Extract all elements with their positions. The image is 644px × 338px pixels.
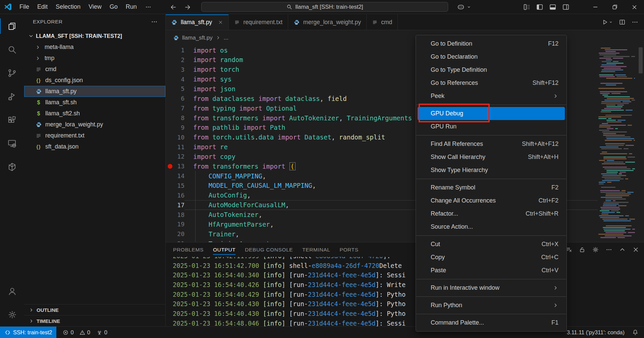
editor-scrollbar[interactable] bbox=[639, 47, 643, 73]
chevron-up-icon[interactable] bbox=[619, 246, 626, 253]
restore-button[interactable] bbox=[605, 0, 625, 14]
customize-layout-icon[interactable] bbox=[523, 3, 531, 11]
menu-item-show-call-hierarchy[interactable]: Show Call HierarchyShift+Alt+H bbox=[416, 151, 567, 164]
menu-item-go-to-definition[interactable]: Go to DefinitionF12 bbox=[416, 37, 567, 50]
tab-requirement.txt[interactable]: requirement.txt bbox=[229, 14, 288, 30]
editor-pane: 1import os2import random3import torch4im… bbox=[166, 45, 644, 242]
menu-item-cut[interactable]: CutCtrl+X bbox=[416, 238, 567, 251]
close-window-button[interactable] bbox=[625, 0, 644, 14]
output-log[interactable]: 2025-01-23 16:42:11.999 [info] [shell-e8… bbox=[166, 257, 644, 326]
unlock-icon[interactable] bbox=[579, 246, 586, 253]
log-line: 2025-01-23 16:42:11.999 [info] [shell-e8… bbox=[173, 257, 406, 261]
breakpoint-dot[interactable] bbox=[168, 164, 172, 169]
tab-cmd[interactable]: cmd bbox=[367, 14, 398, 30]
menu-item-go-to-type-definition[interactable]: Go to Type Definition bbox=[416, 63, 567, 76]
menu-item-gpu-debug[interactable]: GPU Debug bbox=[418, 107, 565, 120]
gear-icon[interactable] bbox=[592, 246, 599, 253]
menu-item-rename-symbol[interactable]: Rename SymbolF2 bbox=[416, 181, 567, 194]
menu-item-source-action[interactable]: Source Action... bbox=[416, 220, 567, 233]
menu-item-go-to-declaration[interactable]: Go to Declaration bbox=[416, 50, 567, 63]
copilot-icon[interactable] bbox=[457, 3, 465, 11]
editor-more-actions-icon[interactable] bbox=[631, 18, 639, 26]
minimap[interactable] bbox=[598, 45, 635, 239]
tree-item-ds_config.json[interactable]: {}ds_config.json bbox=[24, 75, 165, 86]
menu-selection[interactable]: Selection bbox=[52, 2, 85, 11]
minimize-button[interactable] bbox=[586, 0, 605, 14]
menu-item-run-python[interactable]: Run Python bbox=[416, 299, 567, 312]
tree-item-requirement.txt[interactable]: requirement.txt bbox=[24, 130, 165, 141]
tab-merge_lora_weight.py[interactable]: merge_lora_weight.py bbox=[288, 14, 367, 30]
remote-indicator[interactable]: SSH: train-test2 bbox=[0, 327, 56, 338]
menu-item-refactor[interactable]: Refactor...Ctrl+Shift+R bbox=[416, 207, 567, 220]
activity-search[interactable] bbox=[0, 38, 24, 61]
menu-item-command-palette[interactable]: Command Palette...F1 bbox=[416, 316, 567, 329]
more-icon[interactable] bbox=[605, 246, 612, 253]
run-python-file-button[interactable] bbox=[601, 18, 613, 26]
menu-view[interactable]: View bbox=[85, 2, 106, 11]
activity-extensions[interactable] bbox=[0, 108, 24, 132]
forward-button[interactable] bbox=[184, 3, 192, 11]
menu-go[interactable]: Go bbox=[106, 2, 122, 11]
panel-tab-terminal[interactable]: TERMINAL bbox=[298, 242, 335, 257]
tree-item-llama_sft2.sh[interactable]: $llama_sft2.sh bbox=[24, 108, 165, 119]
close-tab-icon[interactable] bbox=[218, 20, 223, 25]
toggle-secondary-sidebar-icon[interactable] bbox=[562, 3, 570, 11]
breadcrumb-more[interactable]: ... bbox=[224, 35, 228, 41]
tree-item-merge_lora_weight.py[interactable]: merge_lora_weight.py bbox=[24, 119, 165, 130]
text-file-icon bbox=[234, 19, 240, 25]
activity-remote-explorer[interactable] bbox=[0, 132, 24, 155]
explorer-more-actions-icon[interactable] bbox=[151, 18, 158, 25]
menu-run[interactable]: Run bbox=[122, 2, 141, 11]
section-outline[interactable]: OUTLINE bbox=[24, 304, 165, 315]
explorer-sidebar: EXPLORER LLAMA_SFT [SSH: TRAIN-TEST2]met… bbox=[24, 14, 166, 326]
panel-tab-output[interactable]: OUTPUT bbox=[208, 242, 240, 257]
panel-tab-problems[interactable]: PROBLEMS bbox=[168, 242, 208, 257]
section-timeline[interactable]: TIMELINE bbox=[24, 315, 165, 326]
menu-item-peek[interactable]: Peek bbox=[416, 90, 567, 103]
panel-tab-debug-console[interactable]: DEBUG CONSOLE bbox=[240, 242, 298, 257]
tree-root[interactable]: LLAMA_SFT [SSH: TRAIN-TEST2] bbox=[24, 31, 165, 42]
menu-item-show-type-hierarchy[interactable]: Show Type Hierarchy bbox=[416, 164, 567, 177]
tree-item-tmp[interactable]: tmp bbox=[24, 53, 165, 64]
breadcrumb-file[interactable]: llama_sft.py bbox=[182, 35, 213, 41]
python-interpreter-status[interactable]: 3.11.11 ('py311': conda) bbox=[567, 329, 625, 336]
tree-item-llama_sft.py[interactable]: llama_sft.py bbox=[24, 86, 165, 97]
menu-item-change-all-occurrences[interactable]: Change All OccurrencesCtrl+F2 bbox=[416, 194, 567, 207]
panel-tab-ports[interactable]: PORTS bbox=[335, 242, 363, 257]
problems-status[interactable]: 0 0 bbox=[62, 329, 90, 336]
toggle-sidebar-icon[interactable] bbox=[536, 3, 544, 11]
activity-settings[interactable] bbox=[0, 303, 24, 326]
menu-item-paste[interactable]: PasteCtrl+V bbox=[416, 264, 567, 277]
activity-packages[interactable] bbox=[0, 155, 24, 179]
menu-edit[interactable]: Edit bbox=[33, 2, 52, 11]
python-file-icon bbox=[171, 19, 177, 25]
activity-accounts[interactable] bbox=[0, 279, 24, 303]
breakpoint-margin[interactable] bbox=[166, 164, 174, 169]
menu-file[interactable]: File bbox=[15, 2, 33, 11]
ports-status[interactable]: 0 bbox=[96, 329, 107, 336]
menu-item-go-to-references[interactable]: Go to ReferencesShift+F12 bbox=[416, 76, 567, 90]
activity-explorer[interactable] bbox=[0, 14, 24, 38]
activity-source-control[interactable] bbox=[0, 61, 24, 85]
menu-item-gpu-run[interactable]: GPU Run bbox=[416, 120, 567, 133]
tree-item-llama_sft.sh[interactable]: $llama_sft.sh bbox=[24, 97, 165, 108]
bottom-panel: PROBLEMSOUTPUTDEBUG CONSOLETERMINALPORTS… bbox=[166, 242, 644, 326]
activity-run-and-debug[interactable] bbox=[0, 85, 24, 108]
menu-item-find-all-references[interactable]: Find All ReferencesShift+Alt+F12 bbox=[416, 137, 567, 151]
notifications-bell-icon[interactable] bbox=[632, 329, 639, 336]
toggle-panel-icon[interactable] bbox=[549, 3, 557, 11]
tree-item-cmd[interactable]: cmd bbox=[24, 64, 165, 75]
close-icon[interactable] bbox=[632, 246, 639, 253]
menu-item-copy[interactable]: CopyCtrl+C bbox=[416, 251, 567, 264]
menu-item-run-in-interactive-window[interactable]: Run in Interactive window bbox=[416, 281, 567, 294]
menu-more-icon[interactable] bbox=[141, 3, 156, 11]
chevron-down-icon[interactable] bbox=[466, 4, 472, 10]
text-file-icon bbox=[35, 66, 42, 72]
tree-item-meta-llama[interactable]: meta-llama bbox=[24, 42, 165, 53]
command-center-search[interactable]: llama_sft [SSH: train-test2] bbox=[201, 2, 448, 12]
split-editor-icon[interactable] bbox=[619, 18, 626, 26]
back-button[interactable] bbox=[169, 3, 177, 11]
tab-llama_sft.py[interactable]: llama_sft.py bbox=[166, 14, 229, 30]
breadcrumb[interactable]: llama_sft.py ... bbox=[166, 30, 644, 45]
tree-item-sft_data.json[interactable]: {}sft_data.json bbox=[24, 141, 165, 152]
